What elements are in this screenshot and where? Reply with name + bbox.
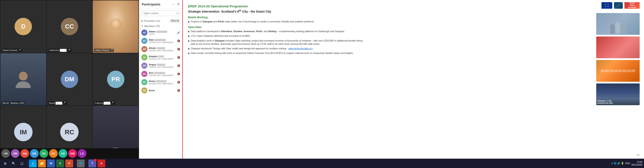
name-angus: Angus ██████ <box>149 63 176 66</box>
participant-alan[interactable]: AC Alan ████████ Outside your organisati… <box>139 37 182 45</box>
name-amparo: Amparo ████ <box>149 55 176 58</box>
mic-alan: 🔇 <box>177 40 180 42</box>
taskbar-right: ∧ 🌐 🔊 🔋 ENG 14:50 09/12/2020 <box>611 160 642 166</box>
person-head <box>19 72 28 80</box>
tile-david-m[interactable]: DM David ████ 🎤 <box>47 53 92 106</box>
participant-anna[interactable]: AF Anna ████████ Outside your organisati… <box>139 78 182 86</box>
plus-more-button[interactable]: +64 <box>1 149 10 158</box>
slide-image-city: Glasgow: a citypowered by data <box>596 83 640 105</box>
bullet-mark-5: ■ <box>188 47 190 50</box>
avatar-dm: DM <box>61 71 78 88</box>
city-content: Glasgow: a citypowered by data <box>596 83 640 105</box>
attendees-section-header[interactable]: ▼ Attendees (70) <box>139 24 182 29</box>
avatar-ls: LS <box>78 149 86 158</box>
participant-anne[interactable]: AN Anne 🔇 <box>139 86 182 95</box>
tile-david[interactable]: D David (Guest) 🎤 <box>0 1 46 53</box>
chevron-up-icon[interactable]: ∧ <box>611 162 613 165</box>
tile-catherine[interactable]: CC Catherine ████ 🎤 <box>47 1 92 53</box>
bullet-open-2: ■ 175 x Open Datasets delivered and reco… <box>188 34 366 38</box>
presenters-label: ▶ Presenters (12) <box>141 20 160 22</box>
smart-logo: smartcitiesscotland <box>624 2 640 9</box>
video-grid: D David (Guest) 🎤 CC Catherine ████ 🎤 Hi… <box>0 0 139 159</box>
sub-amparo: Outside your organisation <box>149 58 176 60</box>
avatar-adam: AD <box>141 30 148 36</box>
chevron-down-icon: ▼ <box>141 25 143 27</box>
tile-birrell[interactable]: Birrell, Stephen (NS) <box>0 53 46 106</box>
mic-icon: 🎤 <box>18 49 21 52</box>
ppt-app[interactable]: P <box>65 159 73 167</box>
sub-alister: Outside your organisation <box>149 49 176 52</box>
participant-angus[interactable]: AM Angus ██████ Outside your organisatio… <box>139 62 182 70</box>
start-button[interactable]: ⊞ <box>2 160 9 167</box>
presenters-section-header[interactable]: ▶ Presenters (12) Mute all <box>139 18 182 24</box>
sub-anna: Outside your organisation <box>149 82 176 85</box>
tile-patricia[interactable]: PR Patricia ████ 🎤 <box>93 53 138 106</box>
info-anne: Anne <box>149 89 176 92</box>
slide-page-number: 26 <box>636 153 640 156</box>
participant-ann[interactable]: AK Ann ████████ Outside your organisatio… <box>139 70 182 78</box>
mic-anna: 🔇 <box>177 81 180 84</box>
bullet-mobile-1: ■ Projects in Glasgow and Perth make bet… <box>188 20 366 24</box>
person3 <box>622 23 626 34</box>
avatar-amparo: AE <box>141 54 148 60</box>
separator-2 <box>75 161 75 166</box>
volume-icon[interactable]: 🔊 <box>617 162 620 165</box>
design-link[interactable]: www.designfordata.org <box>288 47 313 50</box>
avatar-im: IM <box>14 123 32 141</box>
word-app[interactable]: W <box>47 159 55 167</box>
slide-logos: ★ ★★ ★ smartcitiesscotland <box>602 2 640 9</box>
close-panel-button[interactable]: ✕ <box>177 2 180 6</box>
participant-adam[interactable]: AD Adam ████████ Guest 🎤 <box>139 29 182 37</box>
mute-all-button[interactable]: Mute all <box>170 19 180 23</box>
edge-app[interactable]: e <box>29 159 37 167</box>
explorer-app[interactable]: 📁 <box>38 159 46 167</box>
mic-icon-hilary: 🎤 <box>110 49 113 52</box>
avatar-anne: AN <box>141 87 148 93</box>
participant-alister[interactable]: AB Alister ██████ Outside your organisat… <box>139 45 182 53</box>
data-cell-3 <box>610 70 614 72</box>
chevron-right-icon: ▶ <box>141 20 143 22</box>
taskbar: ⊞ 🔍 ❑ e 📁 W X P 🌐 T 2 A ∧ 🌐 🔊 🔋 ENG 14:5… <box>0 159 644 168</box>
teams-app[interactable]: T 2 <box>88 159 96 167</box>
avatar-ann: AK <box>141 71 148 77</box>
info-alister: Alister ██████ Outside your organisation <box>149 47 176 52</box>
more-options-button[interactable]: ⋯ <box>172 2 175 6</box>
taskview-button[interactable]: ❑ <box>18 160 25 167</box>
tile-name-patricia: Patricia ████ 🎤 <box>94 101 115 105</box>
search-box: ⟳ <box>141 11 180 16</box>
slide-subtitle: Strategic Intervention: Scotland's 8th C… <box>188 9 639 13</box>
birrell-video <box>0 53 46 106</box>
sub-angus: Outside your organisation <box>149 66 176 68</box>
network-icon: 🌐 <box>614 162 617 165</box>
search-input[interactable] <box>141 11 180 16</box>
avatar-hr: HR <box>11 149 20 158</box>
bullet-mark-6: ■ <box>188 52 190 55</box>
mic-icon-patricia: 🎤 <box>111 101 114 104</box>
bullet-open-3: ■ Data Analytics work in Glasgow include… <box>188 39 366 46</box>
mic-adam: 🎤 <box>177 31 180 34</box>
slide-image-buildings <box>596 37 640 58</box>
time-block: 14:50 09/12/2020 <box>632 160 642 166</box>
panel-header: Participants ⋯ ✕ <box>139 0 182 9</box>
browser-app[interactable]: 🌐 <box>77 159 85 167</box>
participant-amparo[interactable]: AE Amparo ████ Outside your organisation… <box>139 53 182 62</box>
name-ann: Ann ████████ <box>149 72 176 74</box>
info-angus: Angus ██████ Outside your organisation <box>149 63 176 68</box>
mic-alister: 🔇 <box>177 48 180 51</box>
separator-3 <box>86 161 87 166</box>
slide-images-col: Glasgow: a citypowered by data <box>596 13 640 105</box>
tile-hilary[interactable]: Hilary Pearce 🎤 <box>93 1 138 53</box>
excel-app[interactable]: X <box>56 159 64 167</box>
slide-title: ERDF 2014-20 Operational Programme <box>188 4 639 8</box>
mic-ann: 🔇 <box>177 73 180 75</box>
tile-name-david-m: David ████ 🎤 <box>48 101 67 105</box>
bullet-open-5: ■ Data Cluster currently linking with wo… <box>188 52 366 55</box>
sub-alan: Outside your organisation <box>149 41 176 44</box>
mic-angus: 🔇 <box>177 64 180 67</box>
bullet-open-4: ■ Glasgow introduced 'Design with Data' … <box>188 47 366 50</box>
avatar-ac: AC <box>49 149 58 158</box>
bullet-mark: ■ <box>188 20 190 24</box>
highlight-perth: Perth <box>218 20 224 23</box>
search-button[interactable]: 🔍 <box>10 160 17 167</box>
acrobat-app[interactable]: A <box>98 159 105 167</box>
